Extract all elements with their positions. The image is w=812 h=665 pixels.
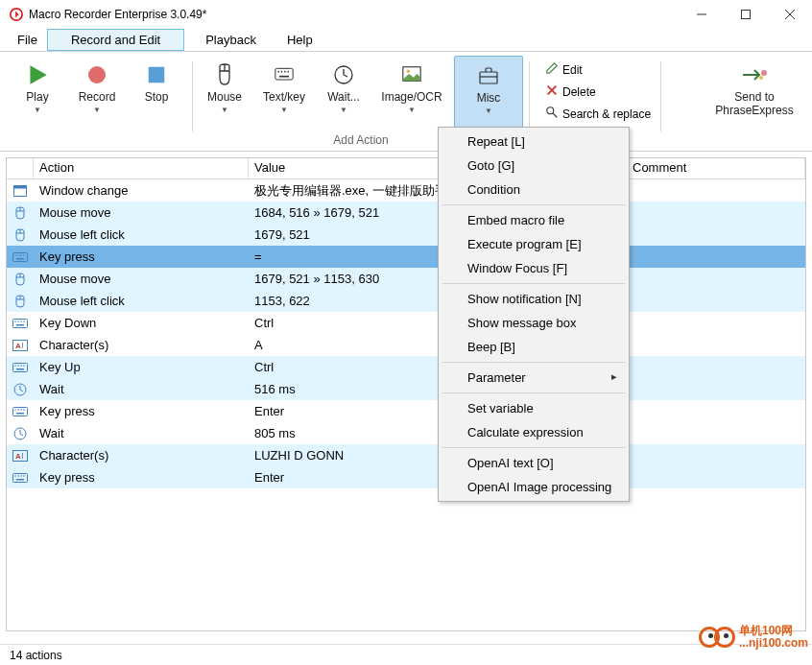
- table-row[interactable]: Key UpCtrl: [7, 356, 805, 378]
- menu-item-beep-b[interactable]: Beep [B]: [441, 335, 627, 359]
- table-row[interactable]: Mouse left click1153, 622: [7, 290, 805, 312]
- col-action[interactable]: Action: [34, 158, 249, 178]
- send-to-phraseexpress-button[interactable]: Send to PhraseExpress: [708, 56, 800, 151]
- col-icon[interactable]: [7, 158, 34, 178]
- menu-item-repeat-l[interactable]: Repeat [L]: [441, 130, 627, 154]
- cell-action: Window change: [34, 183, 249, 198]
- menu-item-parameter[interactable]: Parameter: [441, 366, 627, 390]
- window-title: Macro Recorder Enterprise 3.0.49*: [29, 8, 680, 21]
- stop-button[interactable]: Stop: [131, 56, 182, 114]
- keyboard-icon: [7, 319, 34, 328]
- menu-item-condition[interactable]: Condition: [441, 178, 627, 202]
- menu-item-openai-image-processing[interactable]: OpenAI Image processing: [441, 475, 627, 499]
- svg-point-36: [17, 321, 19, 322]
- menu-item-show-notification-n[interactable]: Show notification [N]: [441, 287, 627, 311]
- grid-header: Action Value Comment: [7, 158, 805, 179]
- table-row[interactable]: Mouse move1684, 516 » 1679, 521: [7, 202, 805, 224]
- menu-help[interactable]: Help: [277, 29, 322, 51]
- menu-item-calculate-expression[interactable]: Calculate expression: [441, 420, 627, 444]
- svg-point-31: [20, 254, 22, 256]
- menu-item-embed-macro-file[interactable]: Embed macro file: [441, 208, 627, 232]
- chevron-down-icon: ▼: [280, 106, 288, 114]
- wait-button[interactable]: Wait...▼: [318, 56, 370, 138]
- chevron-down-icon: ▼: [485, 107, 492, 115]
- svg-rect-43: [13, 363, 28, 371]
- menu-item-set-variable[interactable]: Set variable: [441, 396, 627, 420]
- search-replace-button[interactable]: Search & replace: [541, 104, 655, 124]
- group-label-add-action: Add Action: [333, 133, 388, 147]
- edit-button[interactable]: Edit: [541, 59, 655, 80]
- maximize-button[interactable]: [724, 0, 768, 29]
- ribbon: Play▼ Record▼ Stop Mouse▼ Text/key▼: [0, 52, 812, 152]
- menu-file[interactable]: File: [8, 29, 47, 51]
- menu-separator: [442, 283, 625, 284]
- svg-line-15: [344, 75, 347, 77]
- svg-rect-7: [275, 68, 293, 80]
- menu-item-openai-text-o[interactable]: OpenAI text [O]: [441, 451, 627, 475]
- mouse-button[interactable]: Mouse▼: [199, 56, 251, 138]
- mouse-icon: [211, 61, 238, 88]
- svg-point-9: [281, 71, 283, 73]
- cell-action: Wait: [34, 426, 249, 440]
- mouse-icon: [7, 273, 34, 286]
- status-text: 14 actions: [10, 649, 62, 662]
- window-icon: [7, 185, 34, 197]
- wait-icon: [7, 383, 34, 396]
- table-row[interactable]: Key pressEnter: [7, 466, 805, 488]
- mouse-icon: [7, 206, 34, 220]
- svg-rect-33: [16, 258, 24, 260]
- menu-item-goto-g[interactable]: Goto [G]: [441, 154, 627, 178]
- svg-point-25: [759, 76, 763, 80]
- close-button[interactable]: [768, 0, 812, 29]
- table-row[interactable]: Mouse left click1679, 521: [7, 224, 805, 246]
- table-row[interactable]: Key pressEnter: [7, 400, 805, 422]
- svg-text:A: A: [15, 452, 21, 461]
- table-row[interactable]: Wait805 ms: [7, 422, 805, 444]
- cell-action: Character(s): [34, 338, 249, 352]
- table-row[interactable]: Key DownCtrl: [7, 312, 805, 334]
- record-icon: [84, 61, 110, 88]
- keyboard-icon: [271, 61, 298, 88]
- menu-item-execute-program-e[interactable]: Execute program [E]: [441, 232, 627, 256]
- table-row[interactable]: Window change极光专用编辑器.exe, 一键排版助手: [7, 179, 805, 202]
- table-row[interactable]: ACharacter(s)A: [7, 334, 805, 356]
- svg-point-37: [20, 321, 22, 322]
- keyboard-icon: [7, 407, 34, 416]
- minimize-button[interactable]: [680, 0, 724, 29]
- record-button[interactable]: Record▼: [71, 56, 123, 114]
- menu-playback[interactable]: Playback: [184, 29, 277, 51]
- table-row[interactable]: Key press=: [7, 246, 805, 268]
- action-grid: Action Value Comment Window change极光专用编辑…: [6, 157, 806, 631]
- menu-item-show-message-box[interactable]: Show message box: [441, 311, 627, 335]
- svg-rect-18: [480, 72, 497, 83]
- svg-rect-39: [16, 324, 24, 326]
- svg-point-22: [547, 107, 554, 114]
- col-comment[interactable]: Comment: [627, 158, 805, 178]
- svg-point-45: [17, 365, 19, 367]
- menu-item-window-focus-f[interactable]: Window Focus [F]: [441, 256, 627, 280]
- stop-icon: [143, 61, 170, 88]
- table-row[interactable]: Wait516 ms: [7, 378, 805, 400]
- svg-line-51: [20, 390, 23, 392]
- search-icon: [545, 106, 559, 122]
- svg-rect-64: [13, 473, 28, 482]
- svg-rect-34: [13, 319, 28, 327]
- textkey-button[interactable]: Text/key▼: [258, 56, 310, 138]
- table-row[interactable]: Mouse move1679, 521 » 1153, 630: [7, 268, 805, 290]
- cell-action: Wait: [34, 382, 249, 396]
- menu-record-edit[interactable]: Record and Edit: [47, 29, 184, 51]
- menu-separator: [442, 392, 625, 393]
- play-button[interactable]: Play▼: [12, 56, 63, 114]
- svg-point-56: [23, 409, 25, 411]
- svg-rect-42: [22, 343, 23, 348]
- mouse-icon: [7, 228, 34, 242]
- table-row[interactable]: ACharacter(s)LUZHI D GONN: [7, 444, 805, 466]
- svg-point-67: [20, 475, 22, 477]
- cell-action: Mouse move: [34, 205, 249, 220]
- delete-button[interactable]: Delete: [541, 82, 655, 102]
- imageocr-button[interactable]: Image/OCR▼: [377, 56, 446, 138]
- cell-action: Mouse left click: [34, 294, 249, 308]
- chevron-down-icon: ▼: [340, 106, 347, 114]
- svg-point-47: [23, 365, 25, 367]
- svg-point-44: [14, 365, 16, 367]
